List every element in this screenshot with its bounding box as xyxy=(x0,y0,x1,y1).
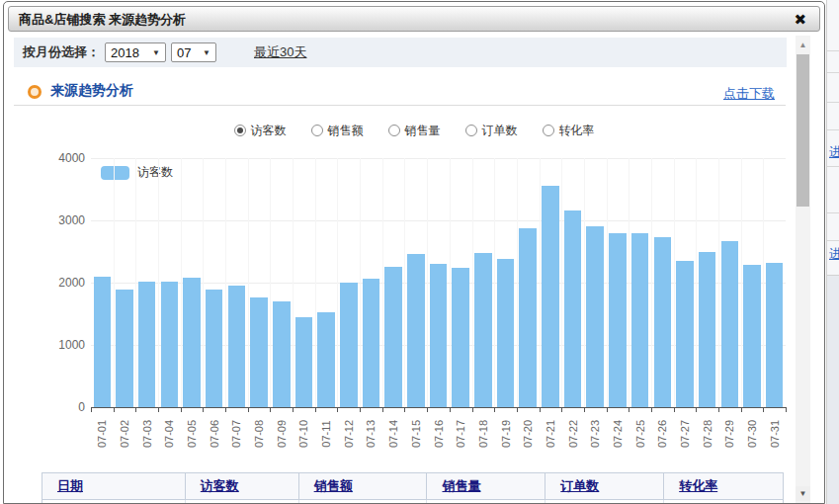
recent-30-days-link[interactable]: 最近30天 xyxy=(254,43,306,61)
gridline-vertical xyxy=(674,158,675,407)
bar-07-24[interactable] xyxy=(609,233,627,407)
bar-07-12[interactable] xyxy=(340,283,358,407)
dialog-title: 商品&店铺搜索 来源趋势分析 xyxy=(19,12,186,27)
download-link[interactable]: 点击下载 xyxy=(723,85,775,103)
x-axis-tick-label: 07-23 xyxy=(589,420,601,448)
metric-radio-访客数[interactable]: 访客数 xyxy=(234,123,287,139)
table-cell xyxy=(42,500,186,504)
bar-07-09[interactable] xyxy=(273,301,291,407)
chart-legend[interactable]: 访客数 xyxy=(101,164,173,181)
bar-07-04[interactable] xyxy=(161,282,179,407)
background-page-fragment: 进 进 xyxy=(826,0,839,504)
bar-07-18[interactable] xyxy=(474,253,492,407)
bar-07-30[interactable] xyxy=(743,265,761,407)
bar-07-01[interactable] xyxy=(94,277,112,407)
vertical-scrollbar[interactable]: ▲ ▼ xyxy=(796,36,810,504)
axis-tick xyxy=(561,408,562,412)
x-axis-tick-label: 07-30 xyxy=(746,420,758,448)
gridline-vertical xyxy=(203,158,204,407)
bar-07-25[interactable] xyxy=(631,233,649,407)
bar-07-20[interactable] xyxy=(519,228,537,407)
background-gridline xyxy=(827,212,839,213)
axis-tick xyxy=(270,408,271,412)
bar-07-15[interactable] xyxy=(407,254,425,407)
bar-07-23[interactable] xyxy=(586,226,604,407)
x-axis-tick-label: 07-29 xyxy=(723,420,735,448)
axis-tick xyxy=(741,408,742,412)
axis-tick xyxy=(91,408,92,412)
bar-07-26[interactable] xyxy=(654,237,672,407)
background-link[interactable]: 进 xyxy=(829,143,839,161)
bar-07-31[interactable] xyxy=(766,263,784,407)
background-table-cells xyxy=(827,275,839,504)
x-axis-tick-label: 07-19 xyxy=(500,420,512,448)
metric-radio-group: 访客数销售额销售量订单数转化率 xyxy=(24,122,804,139)
dialog-titlebar[interactable]: 商品&店铺搜索 来源趋势分析 ✖ xyxy=(8,6,820,32)
x-axis-tick-label: 07-10 xyxy=(297,420,309,448)
gridline-vertical xyxy=(337,158,338,407)
section-bullet-icon xyxy=(28,85,42,99)
x-axis-tick-label: 07-05 xyxy=(186,420,198,448)
metric-radio-label: 转化率 xyxy=(559,123,595,139)
gridline-horizontal xyxy=(91,158,786,159)
y-axis-tick-label: 1000 xyxy=(24,338,85,352)
table-header-销售量[interactable]: 销售量 xyxy=(427,473,545,499)
axis-tick xyxy=(135,408,136,412)
y-axis-tick-label: 2000 xyxy=(24,276,85,290)
metric-radio-label: 销售量 xyxy=(405,123,441,139)
bar-07-08[interactable] xyxy=(250,297,268,407)
axis-tick xyxy=(472,408,473,412)
year-select[interactable]: 2018 ▼ xyxy=(105,42,166,62)
bar-07-03[interactable] xyxy=(138,282,156,407)
gridline-vertical xyxy=(225,158,226,407)
table-cell xyxy=(664,500,783,504)
axis-tick xyxy=(337,408,338,412)
radio-icon xyxy=(388,125,400,136)
table-header-日期[interactable]: 日期 xyxy=(42,473,186,499)
bar-07-10[interactable] xyxy=(295,317,313,407)
bar-07-05[interactable] xyxy=(183,278,201,407)
metric-radio-订单数[interactable]: 订单数 xyxy=(465,123,518,139)
metric-radio-label: 访客数 xyxy=(251,123,287,139)
bar-07-17[interactable] xyxy=(452,268,469,407)
scroll-down-icon[interactable]: ▼ xyxy=(796,486,810,501)
bar-07-28[interactable] xyxy=(699,252,716,408)
table-header-订单数[interactable]: 订单数 xyxy=(545,473,664,499)
divider xyxy=(14,105,786,106)
axis-tick xyxy=(494,408,495,412)
x-axis-tick-label: 07-16 xyxy=(433,420,445,448)
bar-07-14[interactable] xyxy=(384,267,402,407)
metric-radio-转化率[interactable]: 转化率 xyxy=(543,123,595,139)
scrollbar-thumb[interactable] xyxy=(797,54,809,207)
scroll-up-icon[interactable]: ▲ xyxy=(796,38,810,52)
gridline-vertical xyxy=(494,158,495,407)
table-header-转化率[interactable]: 转化率 xyxy=(664,473,783,499)
background-link[interactable]: 进 xyxy=(829,245,839,263)
chart-x-axis-line xyxy=(91,407,787,408)
metric-radio-销售量[interactable]: 销售量 xyxy=(388,123,441,139)
bar-07-02[interactable] xyxy=(116,290,133,407)
bar-07-22[interactable] xyxy=(564,210,582,407)
month-select[interactable]: 07 ▼ xyxy=(171,42,216,62)
metric-radio-销售额[interactable]: 销售额 xyxy=(311,123,364,139)
x-axis-tick-label: 07-13 xyxy=(365,420,377,448)
bar-07-19[interactable] xyxy=(497,259,515,407)
bar-07-27[interactable] xyxy=(676,261,694,407)
bar-07-16[interactable] xyxy=(430,264,448,407)
gridline-vertical xyxy=(696,158,697,407)
bar-07-07[interactable] xyxy=(228,286,246,407)
gridline-vertical xyxy=(315,158,316,407)
bar-07-29[interactable] xyxy=(721,241,739,407)
bar-07-13[interactable] xyxy=(363,279,380,407)
close-icon[interactable]: ✖ xyxy=(794,8,806,32)
month-select-value: 07 xyxy=(177,45,191,60)
table-header-销售额[interactable]: 销售额 xyxy=(299,473,428,499)
axis-tick xyxy=(763,408,764,412)
axis-tick xyxy=(674,408,675,412)
bar-07-21[interactable] xyxy=(542,186,559,407)
bar-07-11[interactable] xyxy=(317,312,335,407)
x-axis-tick-label: 07-28 xyxy=(702,420,713,448)
gridline-vertical xyxy=(561,158,562,407)
table-header-访客数[interactable]: 访客数 xyxy=(186,473,299,499)
bar-07-06[interactable] xyxy=(206,290,223,407)
